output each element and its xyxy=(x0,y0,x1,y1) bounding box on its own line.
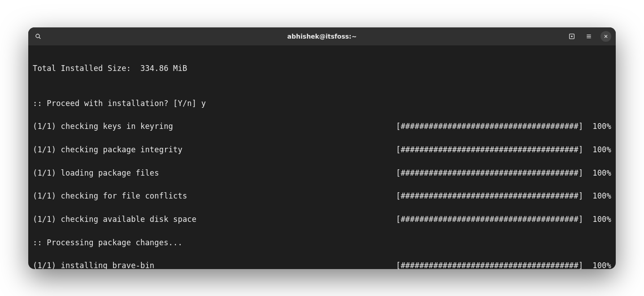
search-icon[interactable] xyxy=(33,31,44,42)
terminal-window: abhishek@itsfoss:~ xyxy=(28,27,616,269)
output-line: :: Processing package changes... xyxy=(33,237,611,249)
progress-bar: [######################################]… xyxy=(396,144,611,156)
titlebar-right xyxy=(557,31,611,42)
menu-icon[interactable] xyxy=(583,31,594,42)
progress-bar: [######################################]… xyxy=(396,260,611,269)
progress-label: (1/1) loading package files xyxy=(33,168,159,179)
titlebar-left xyxy=(33,31,87,42)
progress-bar: [######################################]… xyxy=(396,168,611,179)
titlebar: abhishek@itsfoss:~ xyxy=(28,27,616,45)
progress-label: (1/1) installing brave-bin xyxy=(33,260,154,269)
progress-label: (1/1) checking keys in keyring xyxy=(33,121,173,133)
progress-row: (1/1) checking available disk space[####… xyxy=(33,214,611,225)
output-line: :: Proceed with installation? [Y/n] y xyxy=(33,98,611,110)
svg-point-0 xyxy=(36,34,39,38)
progress-row: (1/1) loading package files[############… xyxy=(33,168,611,179)
progress-row: (1/1) installing brave-bin[#############… xyxy=(33,260,611,269)
new-tab-icon[interactable] xyxy=(566,31,577,42)
svg-line-1 xyxy=(39,37,40,39)
close-icon[interactable] xyxy=(600,31,611,42)
output-line: Total Installed Size: 334.86 MiB xyxy=(33,63,611,75)
progress-row: (1/1) checking for file conflicts[######… xyxy=(33,190,611,202)
progress-label: (1/1) checking for file conflicts xyxy=(33,190,187,202)
progress-row: (1/1) checking package integrity[#######… xyxy=(33,144,611,156)
progress-bar: [######################################]… xyxy=(396,190,611,202)
progress-row: (1/1) checking keys in keyring[#########… xyxy=(33,121,611,133)
progress-bar: [######################################]… xyxy=(396,121,611,133)
progress-label: (1/1) checking available disk space xyxy=(33,214,196,225)
progress-label: (1/1) checking package integrity xyxy=(33,144,183,156)
window-title: abhishek@itsfoss:~ xyxy=(87,33,557,40)
terminal-output[interactable]: Total Installed Size: 334.86 MiB :: Proc… xyxy=(28,45,616,269)
progress-bar: [######################################]… xyxy=(396,214,611,225)
